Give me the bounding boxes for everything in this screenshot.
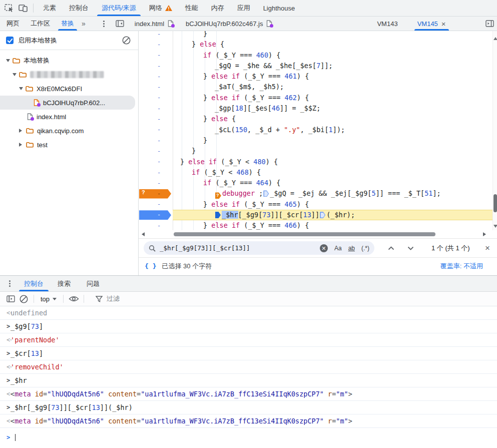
tab-memory[interactable]: 内存 [205,0,231,16]
scroll-down-icon[interactable] [493,225,497,228]
regex-toggle[interactable]: (.*) [361,245,369,252]
editor-tab-bcjolhuq7rbp-js[interactable]: bCJOlHUq7rbP.602c467.js [180,17,278,31]
vertical-scrollbar[interactable] [492,31,497,230]
drawer-more-options-icon[interactable] [2,276,17,291]
breakpoint-gutter[interactable]: - [139,199,173,210]
tree-item-redacted-folder[interactable] [0,68,138,82]
match-case-toggle[interactable]: Aa [334,245,342,252]
hide-navigator-icon[interactable] [114,17,127,31]
tree-item-qikan-cqvip-com[interactable]: qikan.cqvip.com [0,124,138,138]
override-dot-icon [31,117,34,121]
collapsed-arrow-icon[interactable] [19,129,22,133]
next-match-icon[interactable] [407,246,414,250]
breakpoint-gutter[interactable]: - [139,71,173,82]
tree-item-x8re0mck6dfi[interactable]: X8rE0MCk6DFI [0,82,138,96]
expanded-arrow-icon[interactable] [6,59,10,62]
close-tab-icon[interactable]: × [441,20,446,28]
console-filter-input[interactable]: 过滤 [96,294,493,303]
chevron-down-icon [53,298,57,300]
navigator-tab-pages[interactable]: 网页 [1,17,25,31]
scroll-right-icon[interactable] [483,232,486,236]
tab-console[interactable]: 控制台 [63,0,95,16]
navigator-tab-workspace[interactable]: 工作区 [25,17,56,31]
inline-breakpoint-candidate-icon[interactable] [263,190,269,197]
breakpoint-gutter[interactable]: - [139,39,173,50]
breakpoint-gutter[interactable]: - [139,103,173,114]
code-lines: -}-} else {-if (_$_Y === 460) {-_$gQ = _… [139,31,497,230]
inspect-icon[interactable] [2,0,16,16]
breakpoint-gutter[interactable]: - [139,157,173,167]
tab-elements[interactable]: 元素 [37,0,63,16]
tree-item-test-folder[interactable]: test [0,138,138,152]
conditional-breakpoint-inline-icon[interactable]: ? [215,192,221,199]
search-input[interactable]: _$hr[_$g9[73]][_$cr[13]] ✕ Aa ab (.*) [144,241,374,255]
breakpoint-gutter[interactable]: - [139,31,173,39]
whole-word-toggle[interactable]: ab [348,245,355,252]
collapsed-arrow-icon[interactable] [19,143,22,147]
breakpoint-gutter[interactable]: - [139,125,173,135]
breakpoint-gutter[interactable]: - [139,50,173,61]
devtools-window: 元素控制台源代码/来源网络性能内存应用Lighthouse 网页工作区替换 » … [0,0,497,448]
enable-overrides-checkbox[interactable] [6,37,14,44]
horizontal-scrollbar[interactable] [139,230,497,238]
clear-search-icon[interactable]: ✕ [320,244,328,252]
vscroll-thumb[interactable] [493,194,497,212]
code-line-text: _$gp[18][_$es[46]] = _$$Z; [173,103,497,114]
tab-sources[interactable]: 源代码/来源 [95,0,143,16]
hscroll-thumb[interactable] [174,232,435,236]
breakpoint-gutter[interactable]: - [139,220,173,230]
breakpoint-gutter[interactable]: - [139,82,173,92]
tab-overflow-icon[interactable]: » [80,17,88,31]
editor-tab-vm143[interactable]: VM143 [371,17,403,31]
breakpoint-gutter[interactable]: - [139,146,173,156]
scroll-up-icon[interactable] [493,37,497,40]
breakpoint-marker[interactable]: - [139,210,171,220]
tree-item-index-html-file[interactable]: index.html [0,110,138,124]
execution-context-selector[interactable]: top [38,295,60,303]
breakpoint-gutter[interactable]: - [139,135,173,146]
scroll-left-icon[interactable] [142,232,145,236]
tab-lighthouse[interactable]: Lighthouse [257,0,302,16]
console-sidebar-toggle-icon[interactable] [4,293,17,304]
coverage-link[interactable]: 覆盖率: 不适用 [440,262,483,271]
navigator-more-options-icon[interactable] [99,17,110,31]
editor-tab-vm145[interactable]: VM145× [411,17,452,31]
live-expression-eye-icon[interactable] [67,293,80,304]
breakpoint-gutter[interactable]: - [139,93,173,103]
tree-item-label: 本地替换 [24,56,53,65]
tab-performance[interactable]: 性能 [179,0,205,16]
inline-breakpoint-candidate-icon[interactable] [320,212,325,218]
breakpoint-gutter[interactable]: - [139,167,173,178]
tab-application[interactable]: 应用 [231,0,257,16]
pretty-print-icon[interactable]: { } [145,262,156,270]
search-query[interactable]: _$hr[_$g9[73]][_$cr[13]] [160,244,320,252]
tab-label: 源代码/来源 [102,4,136,13]
breakpoint-gutter[interactable]: - [139,114,173,124]
breakpoint-gutter[interactable]: - [139,210,173,220]
code-editor: -}-} else {-if (_$_Y === 460) {-_$gQ = _… [139,31,497,275]
code-area[interactable]: -}-} else {-if (_$_Y === 460) {-_$gQ = _… [139,31,497,230]
tree-item-bcjolhuq7rbp-file[interactable]: bCJOlHUq7rbP.602... [0,96,135,110]
navigator-tab-overrides[interactable]: 替换 [56,17,80,31]
conditional-breakpoint-marker[interactable]: ?- [139,189,171,199]
drawer-tab-console[interactable]: 控制台 [17,276,51,291]
drawer-tab-search[interactable]: 搜索 [51,276,78,291]
prompt-chevron-icon: > [0,404,11,411]
expanded-arrow-icon[interactable] [19,87,23,90]
clear-configuration-icon[interactable] [122,36,131,45]
previous-match-icon[interactable] [388,246,394,250]
expanded-arrow-icon[interactable] [13,73,17,76]
breakpoint-gutter[interactable]: ?- [139,188,173,199]
inline-breakpoint-icon[interactable] [215,212,221,218]
close-search-icon[interactable]: × [485,243,490,253]
device-toolbar-icon[interactable] [16,0,30,16]
tab-network[interactable]: 网络 [143,0,179,16]
console-prompt[interactable]: > [0,428,497,447]
tree-item-local-overrides-root[interactable]: 本地替换 [0,54,138,68]
breakpoint-gutter[interactable]: - [139,61,173,71]
breakpoint-gutter[interactable]: - [139,178,173,188]
show-debugger-sidebar-icon[interactable] [482,17,497,31]
editor-tab-index-html[interactable]: index.html [129,17,180,31]
drawer-tab-issues[interactable]: 问题 [80,276,107,291]
clear-console-icon[interactable] [17,293,30,304]
